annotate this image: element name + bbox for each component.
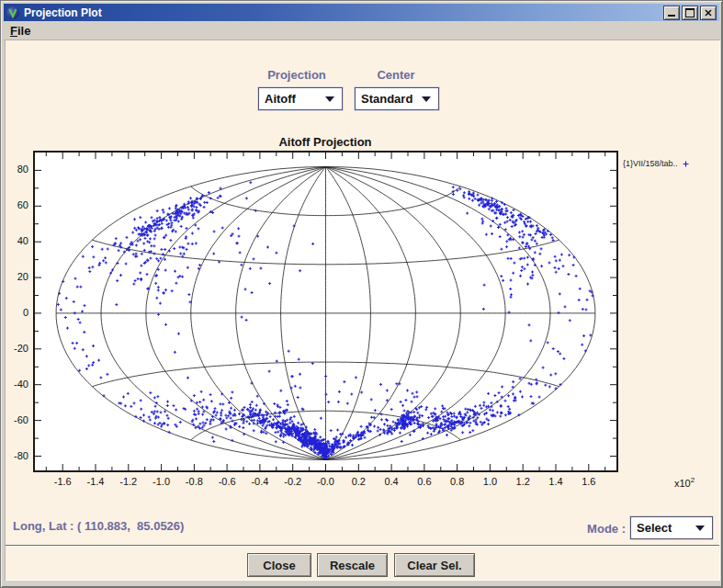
projection-label: Projection [251,68,343,82]
coordinate-readout: Long, Lat : ( 110.883, 85.0526) [13,519,184,533]
y-tick-label: 0 [1,307,28,318]
y-tick-label: -80 [1,450,28,461]
legend-plus-marker-icon [683,161,689,167]
x-tick-label: 1.2 [504,476,541,487]
y-tick-label: -60 [1,414,28,425]
x-tick-label: 0.8 [439,476,476,487]
rescale-button[interactable]: Rescale [317,553,388,577]
x-tick-label: 1.0 [471,476,508,487]
chevron-down-icon [325,96,334,102]
x-tick-label: -0.6 [209,476,245,487]
x-tick-label: -0.0 [308,476,345,487]
x-tick-label: 0.6 [406,476,443,487]
center-dropdown[interactable]: Standard [355,87,439,110]
chevron-down-icon [695,526,705,531]
center-label: Center [355,68,437,82]
mode-label: Mode : [578,522,626,536]
chevron-down-icon [422,96,431,102]
y-tick-label: 20 [1,271,28,282]
y-tick-label: 80 [1,164,28,175]
projection-dropdown[interactable]: Aitoff [258,87,343,110]
y-tick-label: 60 [1,199,28,210]
x-tick-label: -0.4 [242,476,278,487]
minimize-button[interactable] [663,6,680,20]
clear-selection-button[interactable]: Clear Sel. [394,553,475,577]
maximize-icon [685,8,695,17]
close-button[interactable] [700,6,717,20]
plot-title: Aitoff Projection [233,135,417,149]
window-title: Projection Plot [24,6,663,19]
x-tick-label: -0.8 [175,476,212,487]
x-tick-label: -1.4 [77,476,114,487]
panel-separator [6,545,719,547]
menu-file[interactable]: File [4,23,37,39]
aitoff-plot-canvas[interactable] [33,151,618,472]
app-v-globe-icon [6,6,19,19]
x-tick-label: 1.6 [570,476,607,487]
y-tick-label: -40 [1,379,28,390]
y-tick-label: -20 [1,343,28,354]
x-tick-label: -1.0 [143,476,180,487]
mode-dropdown-value: Select [631,521,695,535]
projection-dropdown-value: Aitoff [259,92,325,106]
y-tick-label: 40 [1,235,28,246]
x-tick-label: -0.2 [275,476,311,487]
mode-dropdown[interactable]: Select [630,516,713,539]
x-tick-label: 0.2 [340,476,377,487]
legend-label: {1}VII/158/tab.. [623,159,678,168]
close-action-button[interactable]: Close [247,553,311,577]
x-tick-label: 0.4 [373,476,410,487]
legend-entry: {1}VII/158/tab.. [623,159,715,168]
projection-plot-window: Projection Plot File Projection Center A… [0,0,723,588]
maximize-button[interactable] [682,6,698,20]
center-dropdown-value: Standard [356,92,422,106]
menu-bar: File [4,21,719,40]
x-tick-label: -1.2 [110,476,147,487]
minimize-icon [668,15,675,17]
close-icon [705,9,712,17]
title-bar[interactable]: Projection Plot [4,4,719,21]
x-tick-label: -1.6 [44,476,81,487]
x-axis-scale-label: x102 [674,476,695,489]
x-tick-label: 1.4 [537,476,574,487]
